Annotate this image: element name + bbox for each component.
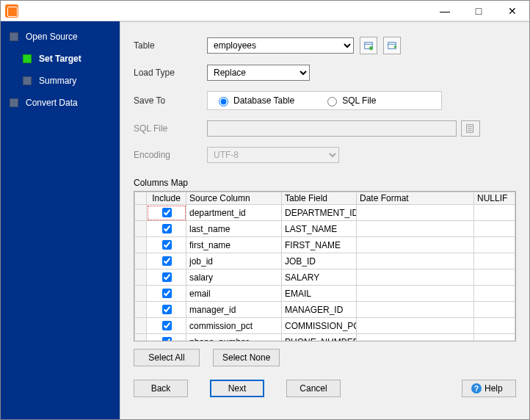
cell-include[interactable]: [147, 221, 186, 237]
save-to-sql-radio[interactable]: SQL File: [324, 95, 376, 106]
cell-nullif[interactable]: [474, 286, 515, 302]
columns-map-grid[interactable]: Include Source Column Table Field Date F…: [134, 191, 516, 341]
table-row[interactable]: emailEMAIL: [135, 286, 515, 302]
cell-source[interactable]: last_name: [186, 221, 282, 237]
cell-include[interactable]: [147, 302, 186, 318]
cell-include[interactable]: [147, 334, 186, 342]
col-header-include[interactable]: Include: [147, 192, 186, 205]
cell-nullif[interactable]: [474, 302, 515, 318]
cell-dateformat[interactable]: [357, 334, 474, 342]
cell-dateformat[interactable]: [357, 205, 474, 221]
cell-nullif[interactable]: [474, 334, 515, 342]
save-to-db-radio-input[interactable]: [219, 97, 228, 106]
select-all-button[interactable]: Select All: [134, 349, 200, 366]
select-none-button[interactable]: Select None: [213, 349, 280, 366]
next-button[interactable]: Next: [210, 380, 264, 397]
col-header-source[interactable]: Source Column: [186, 192, 282, 205]
cell-source[interactable]: department_id: [186, 205, 282, 221]
refresh-tables-button[interactable]: [360, 37, 377, 54]
cell-dateformat[interactable]: [357, 286, 474, 302]
cell-include[interactable]: [147, 253, 186, 269]
cell-source[interactable]: email: [186, 286, 282, 302]
cell-source[interactable]: job_id: [186, 253, 282, 269]
close-button[interactable]: ✕: [495, 1, 529, 21]
include-checkbox[interactable]: [162, 289, 172, 298]
include-checkbox[interactable]: [162, 208, 172, 217]
cell-nullif[interactable]: [474, 253, 515, 269]
table-row[interactable]: last_nameLAST_NAME: [135, 221, 515, 237]
table-row[interactable]: first_nameFIRST_NAME: [135, 237, 515, 253]
back-button[interactable]: Back: [134, 380, 188, 397]
cell-field[interactable]: COMMISSION_PCT: [282, 318, 357, 334]
table-row[interactable]: job_idJOB_ID: [135, 253, 515, 269]
include-checkbox[interactable]: [162, 256, 172, 266]
save-to-db-radio-label: Database Table: [233, 95, 294, 106]
cell-nullif[interactable]: [474, 221, 515, 237]
cell-include[interactable]: [147, 205, 186, 221]
browse-file-button[interactable]: [461, 120, 480, 137]
cell-field[interactable]: DEPARTMENT_ID: [282, 205, 357, 221]
add-table-button[interactable]: [383, 37, 401, 54]
table-row[interactable]: salarySALARY: [135, 269, 515, 286]
cell-nullif[interactable]: [474, 205, 515, 221]
cell-source[interactable]: phone_number: [186, 334, 282, 342]
include-checkbox[interactable]: [162, 240, 172, 250]
sidebar-step-label: Convert Data: [26, 98, 78, 108]
cell-dateformat[interactable]: [357, 318, 474, 334]
col-header-dateformat[interactable]: Date Format: [357, 192, 474, 205]
row-header: [135, 269, 147, 286]
cell-nullif[interactable]: [474, 318, 515, 334]
cell-include[interactable]: [147, 318, 186, 334]
cell-dateformat[interactable]: [357, 302, 474, 318]
table-row[interactable]: department_idDEPARTMENT_ID: [135, 205, 515, 221]
cell-field[interactable]: EMAIL: [282, 286, 357, 302]
cell-include[interactable]: [147, 269, 186, 286]
step-marker-icon: [23, 76, 32, 85]
cell-nullif[interactable]: [474, 269, 515, 286]
include-checkbox[interactable]: [162, 305, 172, 314]
include-checkbox[interactable]: [162, 337, 172, 341]
cell-field[interactable]: SALARY: [282, 269, 357, 286]
cell-field[interactable]: PHONE_NUMBER: [282, 334, 357, 342]
sidebar-step-summary[interactable]: Summary: [23, 76, 114, 86]
cell-field[interactable]: FIRST_NAME: [282, 237, 357, 253]
save-to-sql-radio-input[interactable]: [327, 97, 337, 106]
cell-include[interactable]: [147, 286, 186, 302]
cell-field[interactable]: MANAGER_ID: [282, 302, 357, 318]
cell-source[interactable]: manager_id: [186, 302, 282, 318]
load-type-select[interactable]: Replace: [207, 65, 310, 81]
help-button[interactable]: ? Help: [462, 380, 516, 397]
cell-source[interactable]: first_name: [186, 237, 282, 253]
save-to-radio-group: Database Table SQL File: [207, 91, 442, 110]
cell-include[interactable]: [147, 237, 186, 253]
include-checkbox[interactable]: [162, 272, 172, 282]
minimize-button[interactable]: —: [428, 1, 462, 21]
cell-source[interactable]: commission_pct: [186, 318, 282, 334]
main-panel: Table employees Load Type Replace Save T: [120, 21, 529, 419]
sidebar-step-open-source[interactable]: Open Source: [10, 32, 114, 42]
table-select[interactable]: employees: [207, 37, 354, 54]
cell-dateformat[interactable]: [357, 221, 474, 237]
cancel-button[interactable]: Cancel: [286, 380, 341, 397]
sidebar-step-convert-data[interactable]: Convert Data: [10, 98, 114, 108]
sidebar-step-set-target[interactable]: Set Target: [23, 54, 114, 64]
table-row[interactable]: manager_idMANAGER_ID: [135, 302, 515, 318]
cell-dateformat[interactable]: [357, 269, 474, 286]
col-header-field[interactable]: Table Field: [282, 192, 357, 205]
titlebar: — □ ✕: [1, 1, 529, 21]
col-header-nullif[interactable]: NULLIF: [474, 192, 515, 205]
columns-map-label: Columns Map: [134, 178, 516, 188]
cell-source[interactable]: salary: [186, 269, 282, 286]
cell-dateformat[interactable]: [357, 237, 474, 253]
cell-dateformat[interactable]: [357, 253, 474, 269]
cell-nullif[interactable]: [474, 237, 515, 253]
save-to-db-radio[interactable]: Database Table: [215, 95, 294, 106]
table-row[interactable]: phone_numberPHONE_NUMBER: [135, 334, 515, 342]
cell-field[interactable]: LAST_NAME: [282, 221, 357, 237]
row-header: [135, 286, 147, 302]
maximize-button[interactable]: □: [462, 1, 495, 21]
include-checkbox[interactable]: [162, 224, 172, 233]
table-row[interactable]: commission_pctCOMMISSION_PCT: [135, 318, 515, 334]
include-checkbox[interactable]: [162, 321, 172, 330]
cell-field[interactable]: JOB_ID: [282, 253, 357, 269]
